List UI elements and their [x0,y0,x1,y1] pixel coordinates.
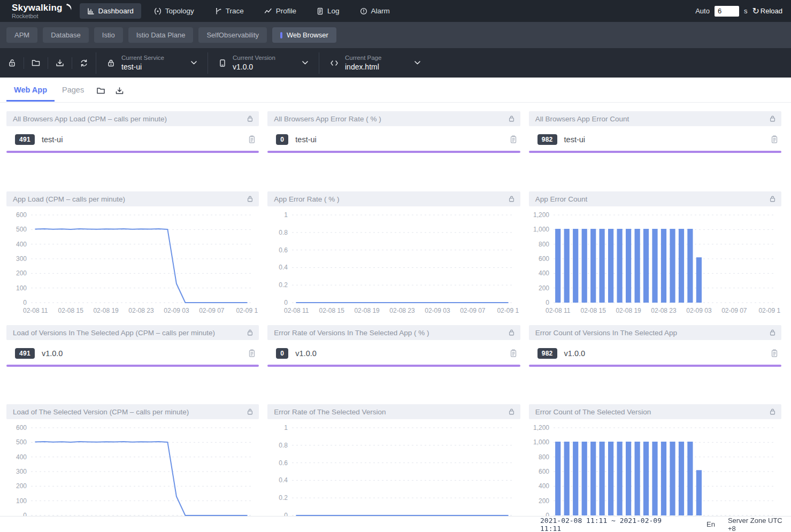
copy-icon[interactable] [248,135,256,144]
card-all-browsers-app-error-rate: All Browsers App Error Rate ( % ) 0 test… [267,111,520,183]
version-error-count-chart[interactable]: 02004006008001,0001,20002-08 1102-08 150… [529,419,781,529]
nav-item-topology[interactable]: Topology [147,3,202,19]
svg-text:02-08 19: 02-08 19 [93,307,119,314]
app-logo[interactable]: Skywalking Rocketbot [0,3,71,19]
metric-body: 0 test-ui [267,126,520,153]
svg-text:0: 0 [546,299,549,306]
svg-text:02-08 19: 02-08 19 [616,307,641,314]
svg-text:0.6: 0.6 [279,459,288,467]
app-load-chart[interactable]: 010020030040050060002-08 1102-08 1502-08… [6,206,259,317]
tab-pages[interactable]: Pages [55,79,91,101]
selector-caption: Current Service [121,55,173,61]
nav-item-profile[interactable]: Profile [257,3,304,19]
card-app-load-chart: App Load (CPM – calls per minute) 010020… [6,191,259,317]
browser-page-tabs: Web App Pages [0,78,791,103]
nav-item-trace[interactable]: Trace [207,3,251,19]
language-selector[interactable]: En [706,520,715,528]
dashboard-toolbar: Current Service test-ui Current Version … [0,48,791,78]
tab-istio[interactable]: Istio [94,27,123,43]
svg-text:600: 600 [539,255,549,263]
selector-value: test-ui [121,63,173,71]
tab-label: SelfObservability [206,31,259,39]
card-title: Load of Versions In The Selected App (CP… [13,329,215,337]
tab-label: APM [14,31,29,39]
metric-value-badge: 982 [537,348,557,359]
import-charts-button[interactable] [91,87,110,95]
lock-icon[interactable] [769,115,776,122]
current-service-selector[interactable]: Current Service test-ui [96,52,208,74]
svg-text:300: 300 [16,255,27,263]
lock-icon[interactable] [769,408,776,415]
tab-database[interactable]: Database [43,27,89,43]
version-load-chart[interactable]: 010020030040050060002-08 1102-08 1502-08… [6,419,259,529]
crescent-logo-icon [64,4,72,12]
nav-item-dashboard[interactable]: Dashboard [80,3,141,19]
import-template-button[interactable] [24,59,48,67]
card-title: Error Rate of The Selected Version [274,408,386,416]
lock-icon[interactable] [508,115,515,122]
metric-value-badge: 982 [537,134,557,145]
svg-text:02-08 11: 02-08 11 [284,307,309,314]
chevron-down-icon [414,61,420,65]
lock-open-icon [8,59,16,67]
dashboard-icon [87,7,95,15]
export-charts-button[interactable] [110,87,129,95]
tab-web-browser[interactable]: Web Browser [272,27,336,43]
svg-text:400: 400 [16,453,27,461]
app-error-count-chart[interactable]: 02004006008001,0001,20002-08 1102-08 150… [529,206,781,317]
metric-underline-bar [529,365,781,367]
svg-text:02-09 1: 02-09 1 [497,307,519,314]
nav-item-alarm[interactable]: Alarm [352,3,397,19]
folder-icon [32,59,40,67]
svg-text:0.6: 0.6 [279,246,288,254]
reload-button[interactable]: ↻ Reload [752,7,782,16]
lock-icon[interactable] [247,195,254,203]
current-version-selector[interactable]: Current Version v1.0.0 [208,52,319,74]
card-title: All Browsers App Load (CPM – calls per m… [13,115,167,123]
version-error-rate-chart[interactable]: 00.20.40.60.8102-08 1102-08 1502-08 1902… [267,419,520,529]
lock-icon[interactable] [247,329,254,336]
tab-istio-data-plane[interactable]: Istio Data Plane [128,27,194,43]
copy-icon[interactable] [510,135,517,144]
svg-text:02-08 11: 02-08 11 [546,307,571,314]
svg-text:200: 200 [16,269,27,277]
card-title: All Browsers App Error Rate ( % ) [274,115,381,123]
svg-text:0.2: 0.2 [279,281,288,289]
lock-icon[interactable] [508,329,515,336]
lock-icon[interactable] [247,115,254,122]
unlock-templates-button[interactable] [0,59,24,67]
lock-icon[interactable] [508,195,515,203]
card-app-error-count-chart: App Error Count 02004006008001,0001,2000… [529,191,781,317]
svg-text:100: 100 [16,497,27,505]
card-header: All Browsers App Error Count [529,111,781,126]
svg-text:1,000: 1,000 [533,226,549,233]
svg-text:02-08 23: 02-08 23 [390,307,416,314]
tab-apm[interactable]: APM [6,27,37,43]
current-page-selector[interactable]: Current Page index.html [319,52,431,74]
export-template-button[interactable] [48,59,72,67]
main-menu: Dashboard Topology Trace Profile Log Ala… [80,3,397,19]
download-icon [56,59,64,67]
lock-icon[interactable] [247,408,254,415]
tab-selfobservability[interactable]: SelfObservability [198,27,267,43]
copy-icon[interactable] [248,349,256,358]
svg-text:600: 600 [16,424,27,431]
chevron-down-icon [191,61,197,65]
time-range[interactable]: 2021-02-08 11:11 ~ 2021-02-09 11:11 [540,516,684,532]
lock-icon[interactable] [508,408,515,415]
copy-icon[interactable] [771,135,778,144]
copy-icon[interactable] [771,349,778,358]
svg-text:02-08 15: 02-08 15 [58,307,83,314]
lock-icon[interactable] [769,329,776,336]
nav-item-log[interactable]: Log [309,3,347,19]
copy-icon[interactable] [510,349,517,358]
svg-text:02-09 1: 02-09 1 [236,307,258,314]
lock-icon[interactable] [769,195,776,203]
nav-label: Profile [276,7,296,15]
app-error-rate-chart[interactable]: 00.20.40.60.8102-08 1102-08 1502-08 1902… [267,206,520,317]
refresh-dashboard-button[interactable] [72,59,96,67]
auto-interval-input[interactable] [715,6,739,17]
svg-text:400: 400 [16,241,27,248]
tab-web-app[interactable]: Web App [6,79,55,101]
svg-text:0.8: 0.8 [279,229,288,236]
